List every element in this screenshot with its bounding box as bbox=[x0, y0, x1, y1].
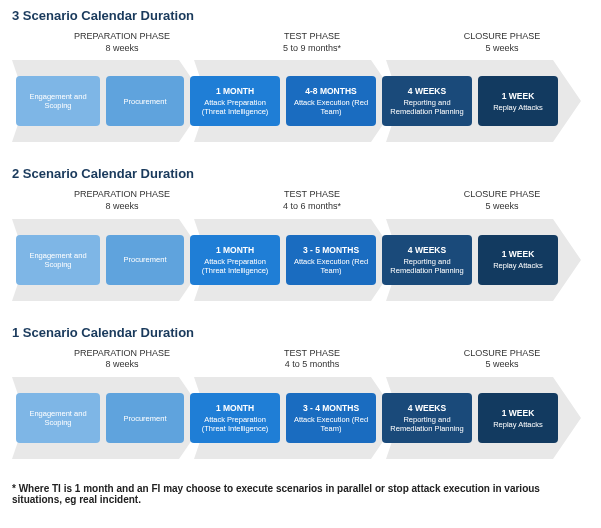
step-label: Attack Preparation (Threat Intelligence) bbox=[194, 98, 276, 116]
step-procurement: Procurement bbox=[106, 76, 184, 126]
step-engagement: Engagement and Scoping bbox=[16, 235, 100, 285]
phase-name: PREPARATION PHASE bbox=[32, 189, 212, 201]
phase-duration: 8 weeks bbox=[32, 201, 212, 213]
phase-header-test: TEST PHASE 4 to 5 months bbox=[212, 348, 412, 371]
phase-duration: 5 weeks bbox=[412, 201, 592, 213]
step-label: Engagement and Scoping bbox=[20, 409, 96, 427]
phase-name: CLOSURE PHASE bbox=[412, 31, 592, 43]
phase-name: PREPARATION PHASE bbox=[32, 31, 212, 43]
step-attack-exec: 3 - 5 MONTHS Attack Execution (Red Team) bbox=[286, 235, 376, 285]
step-duration: 1 WEEK bbox=[502, 91, 535, 101]
step-attack-prep: 1 MONTH Attack Preparation (Threat Intel… bbox=[190, 76, 280, 126]
phase-header-prep: PREPARATION PHASE 8 weeks bbox=[32, 189, 212, 212]
step-engagement: Engagement and Scoping bbox=[16, 393, 100, 443]
phase-name: CLOSURE PHASE bbox=[412, 189, 592, 201]
step-attack-prep: 1 MONTH Attack Preparation (Threat Intel… bbox=[190, 393, 280, 443]
process-diagram: Engagement and Scoping Procurement 1 MON… bbox=[12, 377, 589, 459]
scenario-section: 1 Scenario Calendar Duration PREPARATION… bbox=[12, 325, 589, 459]
step-duration: 4 WEEKS bbox=[408, 86, 446, 96]
step-label: Engagement and Scoping bbox=[20, 251, 96, 269]
phase-duration: 4 to 6 months* bbox=[212, 201, 412, 213]
step-duration: 1 MONTH bbox=[216, 86, 254, 96]
step-label: Engagement and Scoping bbox=[20, 92, 96, 110]
scenario-section: 2 Scenario Calendar Duration PREPARATION… bbox=[12, 166, 589, 300]
phase-duration: 5 to 9 months* bbox=[212, 43, 412, 55]
step-duration: 1 WEEK bbox=[502, 249, 535, 259]
step-label: Reporting and Remediation Planning bbox=[386, 257, 468, 275]
step-duration: 4 WEEKS bbox=[408, 403, 446, 413]
phase-header-prep: PREPARATION PHASE 8 weeks bbox=[32, 31, 212, 54]
step-replay: 1 WEEK Replay Attacks bbox=[478, 393, 558, 443]
step-duration: 1 MONTH bbox=[216, 245, 254, 255]
phase-header-row: PREPARATION PHASE 8 weeks TEST PHASE 5 t… bbox=[12, 31, 589, 54]
step-attack-prep: 1 MONTH Attack Preparation (Threat Intel… bbox=[190, 235, 280, 285]
step-reporting: 4 WEEKS Reporting and Remediation Planni… bbox=[382, 393, 472, 443]
step-label: Attack Execution (Red Team) bbox=[290, 257, 372, 275]
step-label: Replay Attacks bbox=[493, 261, 543, 270]
phase-name: PREPARATION PHASE bbox=[32, 348, 212, 360]
step-boxes-row: Engagement and Scoping Procurement 1 MON… bbox=[12, 235, 589, 285]
section-title: 2 Scenario Calendar Duration bbox=[12, 166, 589, 181]
step-replay: 1 WEEK Replay Attacks bbox=[478, 235, 558, 285]
step-duration: 1 WEEK bbox=[502, 408, 535, 418]
step-engagement: Engagement and Scoping bbox=[16, 76, 100, 126]
phase-header-test: TEST PHASE 4 to 6 months* bbox=[212, 189, 412, 212]
step-reporting: 4 WEEKS Reporting and Remediation Planni… bbox=[382, 235, 472, 285]
step-boxes-row: Engagement and Scoping Procurement 1 MON… bbox=[12, 76, 589, 126]
step-label: Attack Preparation (Threat Intelligence) bbox=[194, 415, 276, 433]
step-reporting: 4 WEEKS Reporting and Remediation Planni… bbox=[382, 76, 472, 126]
phase-duration: 8 weeks bbox=[32, 43, 212, 55]
phase-name: TEST PHASE bbox=[212, 189, 412, 201]
step-attack-exec: 4-8 MONTHS Attack Execution (Red Team) bbox=[286, 76, 376, 126]
step-label: Reporting and Remediation Planning bbox=[386, 98, 468, 116]
phase-duration: 8 weeks bbox=[32, 359, 212, 371]
phase-header-row: PREPARATION PHASE 8 weeks TEST PHASE 4 t… bbox=[12, 189, 589, 212]
step-label: Procurement bbox=[124, 414, 167, 423]
phase-header-test: TEST PHASE 5 to 9 months* bbox=[212, 31, 412, 54]
phase-duration: 5 weeks bbox=[412, 43, 592, 55]
step-replay: 1 WEEK Replay Attacks bbox=[478, 76, 558, 126]
section-title: 3 Scenario Calendar Duration bbox=[12, 8, 589, 23]
step-procurement: Procurement bbox=[106, 235, 184, 285]
step-label: Attack Execution (Red Team) bbox=[290, 98, 372, 116]
step-label: Attack Execution (Red Team) bbox=[290, 415, 372, 433]
step-duration: 3 - 4 MONTHS bbox=[303, 403, 359, 413]
step-attack-exec: 3 - 4 MONTHS Attack Execution (Red Team) bbox=[286, 393, 376, 443]
phase-header-closure: CLOSURE PHASE 5 weeks bbox=[412, 189, 592, 212]
phase-name: TEST PHASE bbox=[212, 31, 412, 43]
step-label: Replay Attacks bbox=[493, 103, 543, 112]
phase-header-prep: PREPARATION PHASE 8 weeks bbox=[32, 348, 212, 371]
phase-name: TEST PHASE bbox=[212, 348, 412, 360]
process-diagram: Engagement and Scoping Procurement 1 MON… bbox=[12, 60, 589, 142]
phase-duration: 5 weeks bbox=[412, 359, 592, 371]
step-duration: 1 MONTH bbox=[216, 403, 254, 413]
phase-name: CLOSURE PHASE bbox=[412, 348, 592, 360]
process-diagram: Engagement and Scoping Procurement 1 MON… bbox=[12, 219, 589, 301]
phase-header-closure: CLOSURE PHASE 5 weeks bbox=[412, 31, 592, 54]
step-boxes-row: Engagement and Scoping Procurement 1 MON… bbox=[12, 393, 589, 443]
step-duration: 3 - 5 MONTHS bbox=[303, 245, 359, 255]
step-procurement: Procurement bbox=[106, 393, 184, 443]
step-duration: 4-8 MONTHS bbox=[305, 86, 356, 96]
phase-header-closure: CLOSURE PHASE 5 weeks bbox=[412, 348, 592, 371]
step-label: Procurement bbox=[124, 97, 167, 106]
footnote-text: * Where TI is 1 month and an FI may choo… bbox=[12, 483, 589, 505]
phase-header-row: PREPARATION PHASE 8 weeks TEST PHASE 4 t… bbox=[12, 348, 589, 371]
phase-duration: 4 to 5 months bbox=[212, 359, 412, 371]
step-label: Attack Preparation (Threat Intelligence) bbox=[194, 257, 276, 275]
step-label: Replay Attacks bbox=[493, 420, 543, 429]
scenario-section: 3 Scenario Calendar Duration PREPARATION… bbox=[12, 8, 589, 142]
step-label: Procurement bbox=[124, 255, 167, 264]
step-duration: 4 WEEKS bbox=[408, 245, 446, 255]
section-title: 1 Scenario Calendar Duration bbox=[12, 325, 589, 340]
step-label: Reporting and Remediation Planning bbox=[386, 415, 468, 433]
